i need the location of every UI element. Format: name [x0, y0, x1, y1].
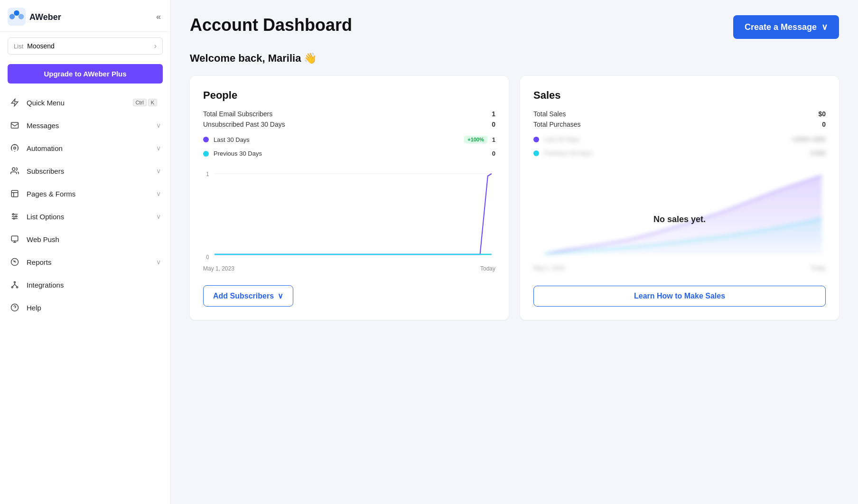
svg-rect-15 — [11, 236, 18, 241]
chart-x-end: Today — [480, 265, 495, 272]
people-card-footer: Add Subscribers ∨ — [203, 285, 495, 307]
sales-last-30-legend: Last 30 Days +100% 1000 — [533, 136, 826, 143]
total-subscribers-value: 1 — [492, 110, 495, 118]
help-icon — [9, 302, 20, 313]
add-subscribers-button[interactable]: Add Subscribers ∨ — [203, 285, 293, 307]
prev-30-dot — [203, 151, 209, 157]
sidebar-nav: Quick Menu Ctrl K Messages ∨ Automation … — [0, 91, 170, 319]
svg-rect-5 — [11, 122, 19, 128]
people-card-title: People — [203, 89, 495, 102]
svg-point-6 — [14, 147, 16, 149]
create-message-button[interactable]: Create a Message ∨ — [733, 15, 839, 39]
automation-label: Automation — [27, 144, 156, 152]
last-30-value: 1 — [492, 136, 495, 143]
sidebar-item-web-push[interactable]: Web Push — [0, 228, 170, 251]
sidebar-item-help[interactable]: Help — [0, 296, 170, 319]
envelope-icon — [9, 120, 20, 131]
learn-sales-label: Learn How to Make Sales — [634, 292, 725, 300]
total-purchases-row: Total Purchases 0 — [533, 121, 826, 128]
page-title: Account Dashboard — [190, 15, 352, 35]
total-subscribers-label: Total Email Subscribers — [203, 110, 272, 118]
sidebar-item-automation[interactable]: Automation ∨ — [0, 137, 170, 159]
total-purchases-label: Total Purchases — [533, 121, 581, 128]
svg-text:1: 1 — [206, 170, 209, 177]
quick-menu-label: Quick Menu — [27, 99, 133, 107]
people-card: People Total Email Subscribers 1 Unsubsc… — [190, 76, 509, 320]
list-name: Moosend — [27, 42, 154, 50]
last-30-badge: +100% — [464, 136, 487, 143]
svg-point-14 — [13, 218, 15, 219]
last-30-legend: Last 30 Days +100% 1 — [203, 136, 495, 143]
last-30-dot — [203, 137, 209, 142]
sales-chart-container: No sales yet. May 1, 2019 Today — [533, 166, 826, 272]
integrations-label: Integrations — [27, 281, 161, 289]
total-purchases-value: 0 — [822, 121, 826, 128]
messages-chevron-icon: ∨ — [156, 121, 161, 129]
sales-chart-x-labels: May 1, 2019 Today — [533, 265, 826, 271]
learn-sales-button[interactable]: Learn How to Make Sales — [533, 286, 826, 307]
total-sales-value: $0 — [818, 110, 826, 118]
welcome-text: Welcome back, Marilia 👋 — [190, 52, 839, 65]
pages-forms-label: Pages & Forms — [27, 190, 156, 198]
upgrade-button[interactable]: Upgrade to AWeber Plus — [8, 64, 163, 84]
svg-point-16 — [14, 281, 16, 283]
sidebar-item-integrations[interactable]: Integrations — [0, 273, 170, 296]
svg-point-18 — [11, 287, 13, 288]
sidebar-item-reports[interactable]: Reports ∨ — [0, 251, 170, 273]
pages-chevron-icon: ∨ — [156, 190, 161, 197]
list-selector[interactable]: List Moosend › — [8, 37, 163, 55]
total-sales-row: Total Sales $0 — [533, 110, 826, 118]
main-header: Account Dashboard Create a Message ∨ — [190, 15, 839, 39]
sales-card-footer: Learn How to Make Sales — [533, 286, 826, 307]
logo: AWeber — [8, 8, 72, 26]
ctrl-key: Ctrl — [133, 99, 147, 106]
lightning-icon — [9, 97, 20, 108]
svg-point-13 — [16, 216, 17, 217]
reports-icon — [9, 257, 20, 267]
automation-chevron-icon: ∨ — [156, 144, 161, 152]
sales-last-30-badge: +100% 1000 — [791, 136, 826, 143]
prev-30-legend: Previous 30 Days 0 — [203, 150, 495, 157]
sales-last-30-dot — [533, 137, 539, 142]
sidebar: AWeber « List Moosend › Upgrade to AWebe… — [0, 0, 171, 504]
sales-prev-30-label: Previous 30 Days — [544, 149, 805, 157]
list-options-label: List Options — [27, 213, 156, 221]
sales-prev-30-dot — [533, 150, 539, 156]
sidebar-item-subscribers[interactable]: Subscribers ∨ — [0, 159, 170, 182]
integrations-icon — [9, 280, 20, 290]
subscribers-label: Subscribers — [27, 167, 156, 175]
messages-label: Messages — [27, 121, 156, 130]
list-chevron-icon: › — [154, 42, 157, 50]
total-sales-label: Total Sales — [533, 110, 566, 118]
sales-last-30-label: Last 30 Days — [544, 136, 786, 143]
quick-menu-shortcut: Ctrl K — [133, 99, 157, 106]
sidebar-item-quick-menu[interactable]: Quick Menu Ctrl K — [0, 91, 170, 114]
add-subscribers-chevron-icon: ∨ — [278, 291, 283, 300]
aweber-wordmark: AWeber — [29, 11, 72, 22]
sales-card-title: Sales — [533, 89, 826, 102]
unsubscribed-label: Unsubscribed Past 30 Days — [203, 121, 285, 128]
svg-point-12 — [13, 214, 14, 215]
people-icon — [9, 166, 20, 176]
chart-x-start: May 1, 2023 — [203, 265, 234, 272]
sidebar-header: AWeber « — [0, 0, 170, 32]
total-subscribers-row: Total Email Subscribers 1 — [203, 110, 495, 118]
unsubscribed-row: Unsubscribed Past 30 Days 0 — [203, 121, 495, 128]
sidebar-item-list-options[interactable]: List Options ∨ — [0, 205, 170, 228]
reports-chevron-icon: ∨ — [156, 258, 161, 266]
sidebar-item-messages[interactable]: Messages ∨ — [0, 114, 170, 137]
sales-chart-x-start: May 1, 2019 — [533, 265, 565, 271]
prev-30-value: 0 — [492, 150, 495, 157]
last-30-label: Last 30 Days — [214, 136, 459, 143]
sidebar-item-pages-forms[interactable]: Pages & Forms ∨ — [0, 182, 170, 205]
sales-prev-30-value: 0.000 — [810, 149, 826, 157]
sales-prev-30-legend: Previous 30 Days 0.000 — [533, 149, 826, 157]
reports-label: Reports — [27, 258, 156, 266]
create-message-label: Create a Message — [745, 22, 817, 32]
k-key: K — [148, 99, 157, 106]
add-subscribers-label: Add Subscribers — [213, 292, 274, 300]
sidebar-collapse-button[interactable]: « — [154, 10, 163, 24]
list-options-chevron-icon: ∨ — [156, 213, 161, 220]
svg-point-7 — [12, 168, 15, 170]
people-chart: 1 0 — [203, 167, 495, 261]
